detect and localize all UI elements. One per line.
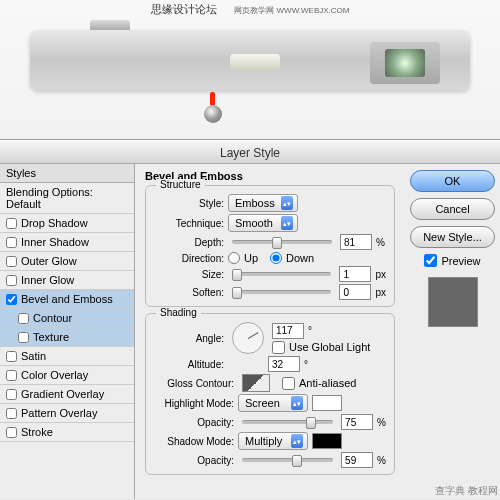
style-select[interactable]: Emboss▴▾: [228, 194, 298, 212]
camera-dial: [90, 20, 130, 30]
preview-swatch: [428, 277, 478, 327]
camera-indicator: [210, 92, 215, 106]
style-checkbox[interactable]: [18, 332, 29, 343]
shadow-opacity-slider[interactable]: [242, 458, 333, 462]
technique-select[interactable]: Smooth▴▾: [228, 214, 298, 232]
style-checkbox[interactable]: [18, 313, 29, 324]
style-checkbox[interactable]: [6, 351, 17, 362]
direction-up-radio[interactable]: [228, 252, 240, 264]
shadow-mode-label: Shadow Mode:: [154, 436, 234, 447]
style-item-stroke[interactable]: Stroke: [0, 423, 134, 442]
highlight-mode-select[interactable]: Screen▴▾: [238, 394, 308, 412]
soften-slider[interactable]: [232, 290, 331, 294]
shadow-opacity-input[interactable]: [341, 452, 373, 468]
main-panel: Bevel and Emboss Structure Style: Emboss…: [135, 164, 405, 499]
camera-viewfinder: [370, 42, 440, 84]
watermark-bottom: 查字典 教程网: [435, 484, 498, 498]
style-item-inner-shadow[interactable]: Inner Shadow: [0, 233, 134, 252]
depth-label: Depth:: [154, 237, 224, 248]
altitude-input[interactable]: [268, 356, 300, 372]
shadow-color-swatch[interactable]: [312, 433, 342, 449]
style-item-texture[interactable]: Texture: [0, 328, 134, 347]
soften-input[interactable]: [339, 284, 371, 300]
style-checkbox[interactable]: [6, 256, 17, 267]
size-label: Size:: [154, 269, 224, 280]
structure-group: Structure Style: Emboss▴▾ Technique: Smo…: [145, 185, 395, 307]
style-item-satin[interactable]: Satin: [0, 347, 134, 366]
direction-label: Direction:: [154, 253, 224, 264]
shading-group: Shading Angle: ° Use Global Light Altitu…: [145, 313, 395, 475]
shadow-opacity-label: Opacity:: [154, 455, 234, 466]
style-checkbox[interactable]: [6, 294, 17, 305]
soften-label: Soften:: [154, 287, 224, 298]
highlight-color-swatch[interactable]: [312, 395, 342, 411]
style-checkbox[interactable]: [6, 370, 17, 381]
depth-slider[interactable]: [232, 240, 332, 244]
angle-input[interactable]: [272, 323, 304, 339]
style-checkbox[interactable]: [6, 389, 17, 400]
anti-alias-checkbox[interactable]: [282, 377, 295, 390]
preview-checkbox[interactable]: [424, 254, 437, 267]
right-panel: OK Cancel New Style... Preview: [405, 164, 500, 499]
style-item-outer-glow[interactable]: Outer Glow: [0, 252, 134, 271]
global-light-checkbox[interactable]: [272, 341, 285, 354]
angle-label: Angle:: [154, 333, 224, 344]
document-preview: [0, 0, 500, 140]
styles-sidebar: Styles Blending Options: Default Drop Sh…: [0, 164, 135, 499]
style-item-color-overlay[interactable]: Color Overlay: [0, 366, 134, 385]
dialog-title: Layer Style: [0, 140, 500, 164]
shadow-mode-select[interactable]: Multiply▴▾: [238, 432, 308, 450]
style-checkbox[interactable]: [6, 237, 17, 248]
size-slider[interactable]: [232, 272, 331, 276]
technique-label: Technique:: [154, 218, 224, 229]
angle-widget[interactable]: [232, 322, 264, 354]
gloss-contour-picker[interactable]: [242, 374, 270, 392]
cancel-button[interactable]: Cancel: [410, 198, 495, 220]
style-item-pattern-overlay[interactable]: Pattern Overlay: [0, 404, 134, 423]
highlight-opacity-slider[interactable]: [242, 420, 333, 424]
style-item-inner-glow[interactable]: Inner Glow: [0, 271, 134, 290]
camera-flash: [230, 54, 280, 70]
highlight-opacity-input[interactable]: [341, 414, 373, 430]
ok-button[interactable]: OK: [410, 170, 495, 192]
styles-header[interactable]: Styles: [0, 164, 134, 183]
style-checkbox[interactable]: [6, 218, 17, 229]
style-label: Style:: [154, 198, 224, 209]
watermark-top: 思缘设计论坛 网页教学网 WWW.WEBJX.COM: [151, 2, 350, 17]
style-item-drop-shadow[interactable]: Drop Shadow: [0, 214, 134, 233]
highlight-mode-label: Highlight Mode:: [154, 398, 234, 409]
style-checkbox[interactable]: [6, 408, 17, 419]
style-checkbox[interactable]: [6, 427, 17, 438]
altitude-label: Altitude:: [154, 359, 224, 370]
highlight-opacity-label: Opacity:: [154, 417, 234, 428]
new-style-button[interactable]: New Style...: [410, 226, 495, 248]
camera-body-graphic: [30, 30, 470, 90]
size-input[interactable]: [339, 266, 371, 282]
camera-knob: [204, 105, 222, 123]
style-item-contour[interactable]: Contour: [0, 309, 134, 328]
depth-input[interactable]: [340, 234, 372, 250]
style-item-gradient-overlay[interactable]: Gradient Overlay: [0, 385, 134, 404]
blending-options-row[interactable]: Blending Options: Default: [0, 183, 134, 214]
style-item-bevel-and-emboss[interactable]: Bevel and Emboss: [0, 290, 134, 309]
gloss-contour-label: Gloss Contour:: [154, 378, 234, 389]
style-checkbox[interactable]: [6, 275, 17, 286]
direction-down-radio[interactable]: [270, 252, 282, 264]
